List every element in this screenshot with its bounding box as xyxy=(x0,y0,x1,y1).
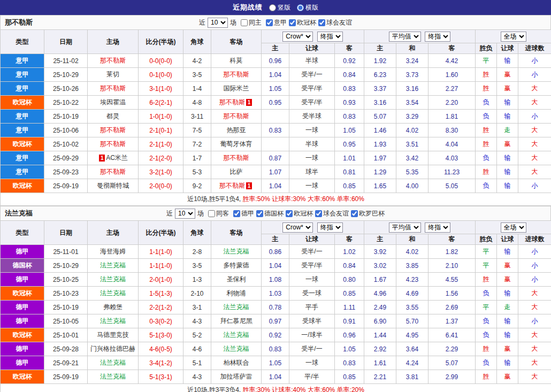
table-header-row-1: 类型 日期 主场 比分(半场) 角球 客场 Crow* 终指 平均值 终指 xyxy=(1,30,551,43)
home-team-cell[interactable]: 那不勒斯 xyxy=(88,124,139,137)
avg-away-cell: 2.99 xyxy=(428,370,476,384)
league-filter-checkbox-input[interactable] xyxy=(286,210,293,217)
away-team-cell[interactable]: 热那亚 xyxy=(211,124,262,137)
away-team-cell[interactable]: 那不勒斯 xyxy=(211,151,262,165)
home-team-cell[interactable]: 法兰克福 xyxy=(88,314,139,328)
home-team-cell[interactable]: 那不勒斯 xyxy=(88,54,139,68)
col-score: 比分(半场) xyxy=(139,221,183,245)
league-filter-checkbox-input[interactable] xyxy=(289,19,296,26)
home-odds-cell: 1.03 xyxy=(262,287,289,301)
score-cell: 3-2(1-0) xyxy=(139,165,183,179)
home-team-cell[interactable]: 法兰克福 xyxy=(88,356,139,370)
horizontal-radio[interactable] xyxy=(297,4,304,11)
layout-horizontal-option[interactable]: 横版 xyxy=(297,3,318,12)
away-team-cell[interactable]: 柏林联合 xyxy=(211,356,262,370)
avg-away-cell: 2.29 xyxy=(428,342,476,356)
away-team-cell[interactable]: 多特蒙德 xyxy=(211,259,262,273)
league-filter-checkbox-input[interactable] xyxy=(266,19,273,26)
league-filter-checkbox[interactable]: 欧冠杯 xyxy=(286,209,313,218)
corner-cell: 9-2 xyxy=(183,179,211,193)
away-team-cell[interactable]: 拜仁慕尼黑 xyxy=(211,314,262,328)
home-team-cell[interactable]: 那不勒斯 xyxy=(88,165,139,179)
home-team-cell[interactable]: 门兴格拉德巴赫 xyxy=(88,342,139,356)
final-odds-select[interactable]: 终指 xyxy=(317,32,343,42)
away-team-cell[interactable]: 比萨 xyxy=(211,165,262,179)
average-select[interactable]: 平均值 xyxy=(389,32,421,42)
score-cell: 3-4(1-2) xyxy=(139,356,183,370)
team-name-text: 莱切 xyxy=(106,71,119,78)
home-team-cell[interactable]: 马德里竞技 xyxy=(88,328,139,342)
league-filter-checkbox-input[interactable] xyxy=(318,19,325,26)
scope-select[interactable]: 全场 xyxy=(501,222,526,233)
home-team-cell[interactable]: 都灵 xyxy=(88,110,139,124)
same-venue-checkbox-input[interactable] xyxy=(208,210,215,217)
league-filter-checkbox-input[interactable] xyxy=(351,210,358,217)
away-team-cell[interactable]: 葡萄牙体育 xyxy=(211,137,262,151)
recent-count-select[interactable]: 10 xyxy=(175,209,195,219)
home-team-cell[interactable]: 法兰克福 xyxy=(88,259,139,273)
away-odds-cell: 0.81 xyxy=(335,165,364,179)
team-name-text: 拜仁慕尼黑 xyxy=(220,317,252,325)
final-odds-select-2[interactable]: 终指 xyxy=(425,32,450,42)
away-team-cell[interactable]: 加拉塔萨雷 xyxy=(211,370,262,384)
home-team-cell[interactable]: 法兰克福 xyxy=(88,370,139,384)
league-filter-checkbox[interactable]: 球会友谊 xyxy=(315,209,349,218)
away-team-cell[interactable]: 法兰克福 xyxy=(211,245,262,259)
away-team-cell[interactable]: 法兰克福 xyxy=(211,342,262,356)
scope-select[interactable]: 全场 xyxy=(501,32,526,42)
league-filter-checkbox[interactable]: 德国杯 xyxy=(256,209,284,218)
company-select[interactable]: Crow* xyxy=(282,222,313,233)
layout-vertical-option[interactable]: 竖版 xyxy=(269,3,290,12)
home-team-cell[interactable]: 那不勒斯 xyxy=(88,137,139,151)
league-filter-checkbox-input[interactable] xyxy=(256,210,263,217)
col-odds-home: 主 xyxy=(262,234,289,245)
match-row: 意甲25-10-29莱切0-1(0-0)3-5那不勒斯1.04受半/一0.846… xyxy=(1,68,551,82)
away-team-cell[interactable]: 圣保利 xyxy=(211,273,262,287)
same-venue-checkbox-input[interactable] xyxy=(241,19,248,26)
away-team-cell[interactable]: 法兰克福 xyxy=(211,301,262,314)
away-team-cell[interactable]: 那不勒斯 xyxy=(211,110,262,124)
away-team-cell[interactable]: 那不勒斯1 xyxy=(211,179,262,193)
league-filter-checkbox-input[interactable] xyxy=(315,210,322,217)
league-filter-checkbox[interactable]: 意甲 xyxy=(266,18,287,27)
away-odds-cell: 1.01 xyxy=(335,151,364,165)
league-filter-checkbox-input[interactable] xyxy=(233,210,240,217)
league-filter-checkbox[interactable]: 球会友谊 xyxy=(318,18,352,27)
avg-draw-cell: 5.70 xyxy=(396,314,428,328)
away-team-cell[interactable]: 那不勒斯 xyxy=(211,68,262,82)
home-team-cell[interactable]: 1AC米兰 xyxy=(88,151,139,165)
red-card-badge: 1 xyxy=(99,155,105,162)
team-name-text: 那不勒斯 xyxy=(100,57,126,64)
average-select[interactable]: 平均值 xyxy=(389,222,421,233)
vertical-radio[interactable] xyxy=(269,4,276,11)
league-filter-checkbox[interactable]: 欧冠杯 xyxy=(289,18,316,27)
recent-count-select[interactable]: 10 xyxy=(208,18,228,28)
home-team-cell[interactable]: 弗赖堡 xyxy=(88,301,139,314)
away-team-cell[interactable]: 科莫 xyxy=(211,54,262,68)
home-team-cell[interactable]: 埃因霍温 xyxy=(88,96,139,110)
company-select[interactable]: Crow* xyxy=(282,32,313,42)
same-venue-checkbox[interactable]: 同客 xyxy=(208,209,229,218)
col-avg-home: 主 xyxy=(364,43,396,54)
league-cell: 欧冠杯 xyxy=(1,179,44,193)
match-result-cell: 负 xyxy=(476,151,497,165)
final-odds-select[interactable]: 终指 xyxy=(317,222,343,233)
league-cell: 意甲 xyxy=(1,124,44,137)
summary-row: 近10场,胜3平3负4, 胜率:30% 让球率:40% 大率:60% 单率:20… xyxy=(1,384,551,392)
away-team-cell[interactable]: 法兰克福 xyxy=(211,328,262,342)
away-team-cell[interactable]: 利物浦 xyxy=(211,287,262,301)
avg-home-cell: 1.61 xyxy=(364,356,396,370)
final-odds-select-2[interactable]: 终指 xyxy=(425,222,450,233)
league-filter-checkbox[interactable]: 欧罗巴杯 xyxy=(351,209,385,218)
league-cell: 欧冠杯 xyxy=(1,370,44,384)
home-team-cell[interactable]: 那不勒斯 xyxy=(88,82,139,96)
home-team-cell[interactable]: 法兰克福 xyxy=(88,287,139,301)
league-filter-checkbox[interactable]: 德甲 xyxy=(233,209,254,218)
away-team-cell[interactable]: 那不勒斯1 xyxy=(211,96,262,110)
home-team-cell[interactable]: 曼彻斯特城 xyxy=(88,179,139,193)
home-team-cell[interactable]: 莱切 xyxy=(88,68,139,82)
away-team-cell[interactable]: 国际米兰 xyxy=(211,82,262,96)
home-team-cell[interactable]: 法兰克福 xyxy=(88,273,139,287)
home-team-cell[interactable]: 海登海姆 xyxy=(88,245,139,259)
same-venue-checkbox[interactable]: 同主 xyxy=(241,18,262,27)
